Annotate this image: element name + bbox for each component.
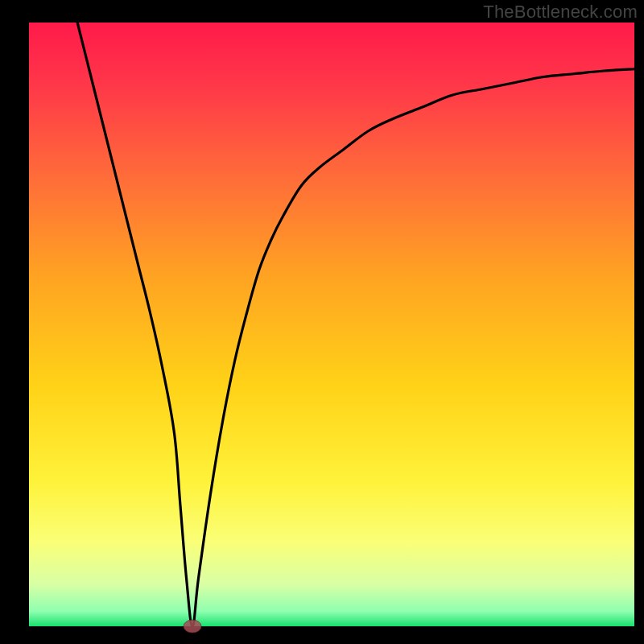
optimal-point-marker [184,620,201,633]
bottleneck-chart [0,0,644,644]
chart-container: TheBottleneck.com [0,0,644,644]
plot-background [29,23,634,626]
watermark-text: TheBottleneck.com [483,2,638,23]
